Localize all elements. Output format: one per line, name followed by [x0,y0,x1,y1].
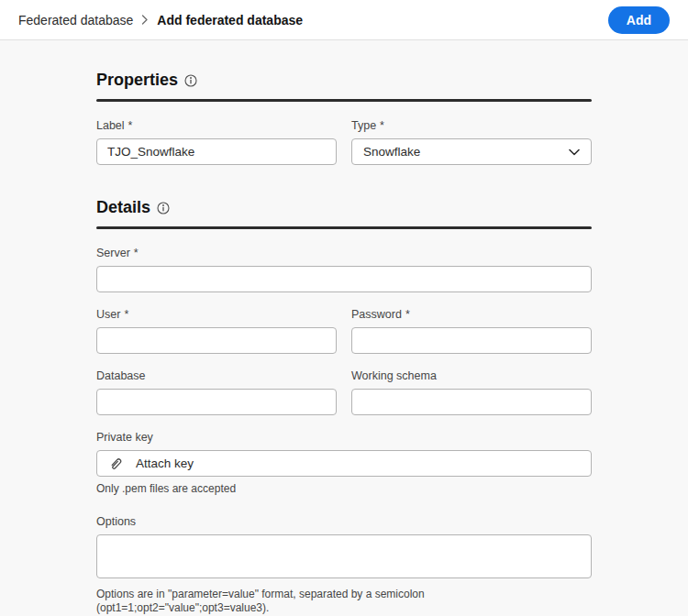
working-schema-field-group: Working schema [351,369,592,415]
options-field-label-text: Options [96,515,136,529]
paperclip-icon [108,456,123,471]
required-asterisk: * [380,119,384,133]
top-bar: Federated database Add federated databas… [0,0,688,40]
info-icon[interactable] [157,202,170,214]
type-select[interactable]: Snowflake [351,138,592,165]
label-input[interactable] [96,138,337,165]
label-field-label: Label* [96,119,337,133]
add-button[interactable]: Add [608,6,670,34]
type-field-label: Type* [351,119,592,133]
attach-key-label: Attach key [136,456,194,470]
type-select-value: Snowflake [363,145,420,159]
password-field-group: Password* [351,308,592,354]
chevron-right-icon [141,15,149,25]
breadcrumb-current-page: Add federated database [157,13,303,28]
options-field-label: Options [96,515,592,529]
database-field-label-text: Database [96,369,146,383]
options-helper-text: Options are in "parameter=value" format,… [96,588,592,616]
details-divider [96,226,592,229]
password-field-label: Password* [351,308,592,322]
server-field-label-text: Server [96,247,130,260]
required-asterisk: * [405,308,410,322]
details-title-text: Details [96,198,150,217]
private-key-field-group: Private key Attach key Only .pem files a… [96,431,592,497]
breadcrumb: Federated database Add federated databas… [18,13,303,28]
database-field-label: Database [96,369,337,383]
attach-key-button[interactable]: Attach key [96,450,592,477]
properties-section: Properties Label* Type* Snowflake [96,40,592,165]
options-field-group: Options Options are in "parameter=value"… [96,515,592,616]
user-field-label-text: User [96,308,120,322]
options-textarea[interactable] [96,534,592,578]
server-field-group: Server* [96,247,592,292]
type-field-label-text: Type [351,119,376,133]
user-input[interactable] [96,327,337,354]
private-key-field-label: Private key [96,431,592,445]
user-field-label: User* [96,308,337,322]
private-key-field-label-text: Private key [96,431,153,445]
database-input[interactable] [96,389,337,415]
database-field-group: Database [96,369,337,415]
properties-section-title: Properties [96,71,592,90]
form-container: Properties Label* Type* Snowflake [96,40,592,616]
breadcrumb-federated-database[interactable]: Federated database [18,13,133,28]
properties-title-text: Properties [96,71,178,90]
working-schema-input[interactable] [351,389,592,415]
server-field-label: Server* [96,247,592,260]
chevron-down-icon [569,148,580,156]
properties-divider [96,99,592,102]
working-schema-field-label: Working schema [351,369,592,383]
working-schema-field-label-text: Working schema [351,369,437,383]
info-icon[interactable] [184,74,197,87]
private-key-helper-text: Only .pem files are accepted [96,482,592,497]
details-section-title: Details [96,198,592,217]
required-asterisk: * [134,247,139,260]
required-asterisk: * [124,308,128,322]
server-input[interactable] [96,266,592,292]
password-field-label-text: Password [351,308,402,322]
required-asterisk: * [128,119,133,133]
details-section: Details Server* User* Password* [96,198,592,616]
type-field-group: Type* Snowflake [351,119,592,165]
user-field-group: User* [96,308,337,354]
label-field-label-text: Label [96,119,125,133]
label-field-group: Label* [96,119,337,165]
password-input[interactable] [351,327,592,354]
